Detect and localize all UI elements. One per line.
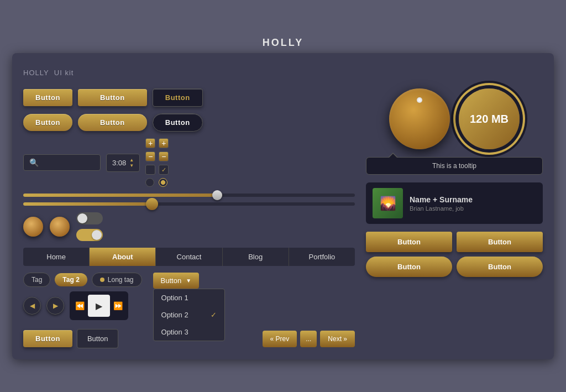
search-box[interactable]: 🔍 bbox=[23, 154, 101, 171]
slider-1[interactable] bbox=[23, 194, 355, 197]
checkbox-checked[interactable]: ✓ bbox=[159, 165, 169, 175]
fast-forward-button[interactable]: ⏩ bbox=[113, 301, 123, 310]
pagination-row: « Prev ... Next » bbox=[263, 331, 355, 347]
kit-header: HOLLY UI kit bbox=[23, 64, 543, 79]
media-player: ⏪ ▶ ⏩ bbox=[70, 291, 128, 320]
dropdown-arrow-icon: ▼ bbox=[186, 278, 191, 284]
time-down-arrow[interactable]: ▼ bbox=[129, 163, 134, 168]
meter-value: 120 MB bbox=[470, 113, 509, 126]
media-prev-small[interactable]: ◀ bbox=[23, 297, 41, 315]
profile-name: Name + Surname bbox=[410, 195, 473, 204]
button-row-1: Button Button Button bbox=[23, 88, 355, 107]
dropdown-option-2[interactable]: Option 2 ✓ bbox=[154, 306, 224, 323]
page-title: HOLLY bbox=[263, 33, 303, 51]
radio-off[interactable] bbox=[145, 178, 154, 187]
rewind-button[interactable]: ⏪ bbox=[75, 301, 85, 310]
button-3-dark[interactable]: Button bbox=[153, 88, 203, 107]
meter-circle: 120 MB bbox=[459, 88, 520, 149]
controls-area: + + − − ✓ bbox=[145, 138, 169, 187]
radio-on[interactable] bbox=[159, 178, 167, 187]
knob-small-2[interactable] bbox=[50, 217, 70, 237]
checkbox-unchecked[interactable] bbox=[145, 165, 155, 175]
media-row: ◀ ▶ ⏪ ▶ ⏩ bbox=[23, 291, 142, 320]
time-arrows: ▲ ▼ bbox=[129, 158, 134, 168]
button-6-dark-pill[interactable]: Button bbox=[153, 113, 203, 132]
profile-info: Name + Surname Brian Lastname, job bbox=[410, 195, 473, 212]
minus-button-2[interactable]: − bbox=[159, 151, 169, 161]
toggle-handle-on bbox=[92, 230, 102, 240]
tag-1[interactable]: Tag bbox=[23, 273, 50, 287]
knob-meter-row: 120 MB bbox=[366, 88, 543, 149]
tooltip-text: This is a tooltip bbox=[432, 162, 476, 170]
page-dots-button[interactable]: ... bbox=[300, 331, 317, 347]
tag-2[interactable]: Tag 2 bbox=[55, 273, 87, 286]
slider-section bbox=[23, 194, 355, 206]
right-button-3[interactable]: Button bbox=[366, 257, 452, 277]
dropdown-check-icon: ✓ bbox=[211, 311, 217, 319]
tag-long[interactable]: Long tag bbox=[92, 273, 142, 287]
toggle-row bbox=[23, 212, 355, 241]
checkbox-grid: + + − − ✓ bbox=[145, 138, 169, 187]
plus-button[interactable]: + bbox=[145, 138, 155, 148]
profile-card: 🌄 Name + Surname Brian Lastname, job bbox=[366, 182, 543, 224]
slider-2[interactable] bbox=[23, 202, 355, 206]
right-button-2[interactable]: Button bbox=[457, 232, 543, 252]
toggle-on[interactable] bbox=[76, 229, 103, 241]
search-icon: 🔍 bbox=[29, 158, 39, 167]
prev-page-button[interactable]: « Prev bbox=[263, 331, 297, 347]
profile-subtitle: Brian Lastname, job bbox=[410, 205, 473, 212]
tooltip-box: This is a tooltip bbox=[366, 157, 543, 175]
nav-contact[interactable]: Contact bbox=[156, 248, 222, 266]
nav-portfolio[interactable]: Portfolio bbox=[289, 248, 355, 266]
tags-row: Tag Tag 2 Long tag bbox=[23, 273, 142, 287]
time-up-arrow[interactable]: ▲ bbox=[129, 158, 134, 163]
profile-avatar: 🌄 bbox=[373, 188, 403, 218]
media-next-small[interactable]: ▶ bbox=[46, 297, 64, 315]
right-button-1[interactable]: Button bbox=[366, 232, 452, 252]
nav-home[interactable]: Home bbox=[23, 248, 90, 266]
button-2[interactable]: Button bbox=[78, 89, 147, 106]
nav-about[interactable]: About bbox=[90, 248, 156, 266]
toggle-off[interactable] bbox=[76, 212, 103, 224]
toggle-handle-off bbox=[77, 213, 87, 223]
button-4-pill[interactable]: Button bbox=[23, 114, 72, 131]
knob-small-1[interactable] bbox=[23, 217, 43, 237]
dropdown-option-1[interactable]: Option 1 bbox=[154, 289, 224, 306]
time-value: 3:08 bbox=[112, 159, 126, 167]
time-input[interactable]: 3:08 ▲ ▼ bbox=[106, 154, 140, 172]
dropdown-wrap: Button ▼ Option 1 Option 2 ✓ bbox=[153, 273, 200, 289]
right-button-4[interactable]: Button bbox=[457, 257, 543, 277]
minus-button[interactable]: − bbox=[145, 151, 155, 161]
nav-bar: Home About Contact Blog Portfolio bbox=[23, 248, 355, 266]
play-button[interactable]: ▶ bbox=[88, 295, 110, 317]
right-btn-grid: Button Button Button Button bbox=[366, 232, 543, 277]
bottom-button-1[interactable]: Button bbox=[23, 330, 72, 347]
big-knob[interactable] bbox=[389, 88, 450, 149]
next-page-button[interactable]: Next » bbox=[320, 331, 355, 347]
button-5-pill[interactable]: Button bbox=[78, 114, 147, 131]
plus-button-2[interactable]: + bbox=[159, 138, 169, 148]
search-time-row: 🔍 3:08 ▲ ▼ + + − bbox=[23, 138, 355, 187]
bottom-button-2[interactable]: Button bbox=[77, 329, 119, 348]
tag-dot bbox=[100, 278, 104, 282]
dropdown-menu: Option 1 Option 2 ✓ Option 3 bbox=[153, 289, 225, 341]
dropdown-option-3[interactable]: Option 3 bbox=[154, 323, 224, 341]
button-row-2: Button Button Button bbox=[23, 113, 355, 132]
dropdown-button[interactable]: Button ▼ bbox=[153, 273, 200, 289]
button-1[interactable]: Button bbox=[23, 89, 72, 106]
nav-blog[interactable]: Blog bbox=[223, 248, 289, 266]
